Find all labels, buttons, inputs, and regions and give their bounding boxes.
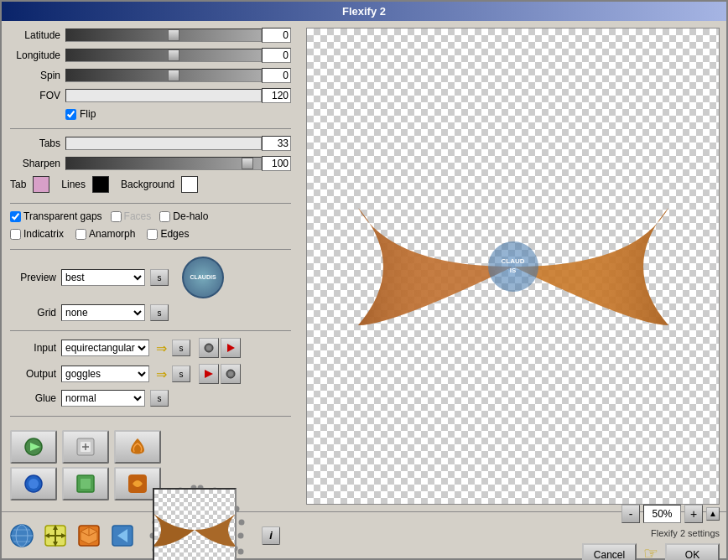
input-select[interactable]: equirectangular mercator cylindrical [61,340,149,356]
bottom-bar: i - 50% + ▲ Flexify 2 settings Cancel [2,511,726,558]
anamorph-label: Anamorph [89,228,135,240]
tab-color-label: Tab [10,179,26,190]
tabs-slider[interactable] [65,137,262,150]
output-small-btn[interactable]: s [172,366,190,382]
zoom-plus-button[interactable]: + [684,505,703,523]
info-button[interactable]: i [262,526,280,545]
edges-label: Edges [160,228,189,240]
svg-point-5 [228,371,233,376]
glue-select[interactable]: normal blend overlay [61,390,145,407]
spin-slider[interactable] [65,69,262,82]
action-btn-5[interactable] [62,467,109,500]
lines-color-label: Lines [61,179,86,190]
action-btn-3[interactable] [114,430,161,464]
cancel-button[interactable]: Cancel [582,543,637,561]
action-btn-4[interactable] [10,467,57,500]
zoom-controls: - 50% + ▲ [621,505,720,523]
scroll-arrow-button[interactable]: ▲ [706,507,720,521]
de-halo-label: De-halo [173,210,208,222]
latitude-slider[interactable] [65,29,262,42]
action-btn-1[interactable] [10,430,57,464]
checkbox-row-1: Transparent gaps Faces De-halo [10,210,291,222]
input-media-btn1[interactable] [199,338,219,358]
output-arrow-icon: ⇒ [156,366,167,382]
tabs-label: Tabs [10,137,60,149]
output-media-btn1[interactable] [199,364,219,384]
input-media-btns [199,338,241,358]
svg-point-11 [29,479,39,489]
de-halo-checkbox[interactable] [159,211,170,222]
preview-canvas: CLAUDIS [306,28,720,505]
ok-button[interactable]: OK [665,543,720,561]
fov-input[interactable] [262,88,291,103]
thumbnail-container [146,481,255,561]
grid-label: Grid [10,307,56,319]
spin-row: Spin [10,68,291,83]
checkbox-row-2: Indicatrix Anamorph Edges [10,228,291,240]
grid-small-btn[interactable]: s [150,304,169,321]
longitude-row: Longitude [10,48,291,63]
preview-row: Preview best fast draft s CLAUDIS [10,257,291,298]
longitude-label: Longitude [10,49,60,61]
output-media-btn2[interactable] [221,364,241,384]
main-window: Flexify 2 Latitude Longitude [0,0,728,560]
sharpen-slider[interactable] [65,157,262,170]
background-color-swatch[interactable] [181,176,198,193]
output-label: Output [10,368,56,380]
left-panel: Latitude Longitude Spin [2,21,299,511]
right-controls: - 50% + ▲ Flexify 2 settings Cancel ☞ OK [582,505,720,561]
svg-rect-13 [81,479,91,489]
input-small-btn[interactable]: s [172,340,190,356]
output-media-btns [199,364,241,384]
longitude-slider[interactable] [65,49,262,62]
tabs-input[interactable] [262,136,291,151]
tab-color-swatch[interactable] [33,176,49,193]
input-label: Input [10,342,56,354]
faces-label: Faces [124,210,152,222]
fov-label: FOV [10,90,60,101]
arrow-icon[interactable] [109,522,136,549]
preview-small-btn[interactable]: s [150,269,169,286]
globe-icon[interactable] [8,522,35,549]
sharpen-label: Sharpen [10,158,60,169]
svg-marker-2 [227,344,235,352]
input-row: Input equirectangular mercator cylindric… [10,338,291,358]
anamorph-checkbox[interactable] [75,229,86,240]
sharpen-row: Sharpen [10,156,291,171]
indicatrix-checkbox[interactable] [10,229,21,240]
title-bar: Flexify 2 [2,2,726,21]
faces-checkbox[interactable] [111,211,122,222]
edges-checkbox[interactable] [147,229,158,240]
preview-label: Preview [10,272,56,283]
svg-point-54 [238,548,244,554]
flip-row: Flip [65,108,291,120]
transparent-gaps-label: Transparent gaps [23,210,102,222]
svg-point-39 [238,532,244,538]
zoom-minus-button[interactable]: - [621,505,640,523]
longitude-input[interactable] [262,48,291,63]
transparent-gaps-checkbox[interactable] [10,211,21,222]
fov-slider[interactable] [65,89,262,102]
flip-label: Flip [80,108,96,120]
background-color-label: Background [121,179,174,190]
preview-watermark: CLAUDIS [488,241,538,292]
preview-select[interactable]: best fast draft [61,269,145,286]
spin-input[interactable] [262,68,291,83]
right-panel: CLAUDIS [299,21,726,511]
latitude-row: Latitude [10,28,291,43]
lines-color-swatch[interactable] [92,176,109,193]
ok-arrow-icon: ☞ [643,543,658,561]
sharpen-input[interactable] [262,156,291,171]
output-select[interactable]: goggles mercator cylindrical equirectang… [61,366,149,382]
action-btn-2[interactable] [62,430,109,464]
glue-small-btn[interactable]: s [150,390,169,407]
latitude-input[interactable] [262,28,291,43]
move-icon[interactable] [42,522,69,549]
cube-icon[interactable] [75,522,102,549]
btn-row-1 [10,430,291,464]
output-row: Output goggles mercator cylindrical equi… [10,364,291,384]
flip-checkbox[interactable] [65,109,76,120]
input-media-btn2[interactable] [221,338,241,358]
grid-select[interactable]: none 10° 15° 30° [61,304,145,321]
input-arrow-icon: ⇒ [156,340,167,356]
